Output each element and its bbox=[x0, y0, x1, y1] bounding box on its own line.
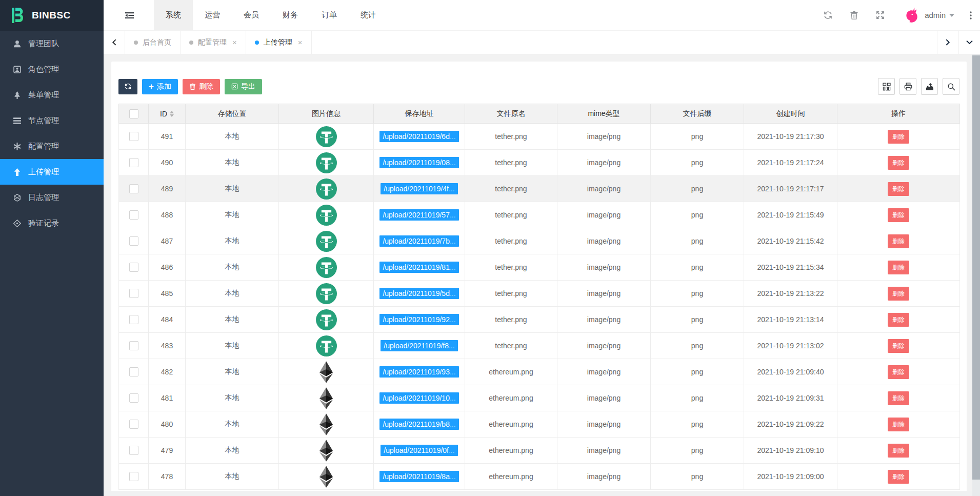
tabs-scroll-left-button[interactable] bbox=[104, 31, 125, 54]
row-checkbox[interactable] bbox=[129, 210, 138, 220]
upload-icon bbox=[13, 168, 21, 176]
print-tool-button[interactable] bbox=[899, 78, 916, 95]
cell-created: 2021-10-19 21:15:34 bbox=[744, 254, 837, 281]
row-checkbox[interactable] bbox=[129, 341, 138, 350]
row-checkbox[interactable] bbox=[129, 367, 138, 376]
row-delete-button[interactable]: 删除 bbox=[888, 234, 909, 248]
chevron-down-icon[interactable] bbox=[949, 14, 954, 17]
tabs-scroll-right-button[interactable] bbox=[937, 31, 958, 54]
row-delete-button[interactable]: 删除 bbox=[888, 365, 909, 379]
row-delete-button[interactable]: 删除 bbox=[888, 130, 909, 144]
user-menu[interactable]: admin bbox=[925, 11, 946, 19]
cell-id: 489 bbox=[149, 176, 186, 202]
cell-id: 488 bbox=[149, 202, 186, 228]
cell-id: 483 bbox=[149, 333, 186, 359]
column-header-id[interactable]: ID bbox=[149, 104, 186, 124]
row-delete-button[interactable]: 删除 bbox=[888, 444, 909, 458]
export-tool-button[interactable] bbox=[921, 78, 938, 95]
nav-item-finance[interactable]: 财务 bbox=[271, 0, 310, 30]
cell-id: 487 bbox=[149, 228, 186, 254]
cell-created: 2021-10-19 21:13:02 bbox=[744, 333, 837, 359]
cell-image bbox=[279, 411, 374, 438]
more-options-kebab-icon[interactable] bbox=[970, 11, 972, 19]
export-button[interactable]: 导出 bbox=[225, 79, 262, 94]
row-checkbox[interactable] bbox=[129, 158, 138, 167]
tab-上传管理[interactable]: 上传管理× bbox=[246, 31, 312, 54]
row-delete-button[interactable]: 删除 bbox=[888, 470, 909, 484]
cell-id: 486 bbox=[149, 254, 186, 281]
sidebar-toggle-button[interactable] bbox=[125, 0, 134, 30]
row-checkbox[interactable] bbox=[129, 263, 138, 272]
sidebar-item-verify[interactable]: 验证记录 bbox=[0, 210, 104, 236]
row-delete-button[interactable]: 删除 bbox=[888, 156, 909, 170]
add-button[interactable]: + 添加 bbox=[142, 79, 178, 94]
sidebar-item-upload[interactable]: 上传管理 bbox=[0, 159, 104, 185]
cell-created: 2021-10-19 21:13:14 bbox=[744, 307, 837, 333]
row-checkbox[interactable] bbox=[129, 420, 138, 429]
refresh-button[interactable] bbox=[118, 79, 137, 94]
cell-actions: 删除 bbox=[837, 438, 960, 464]
row-delete-button[interactable]: 删除 bbox=[888, 418, 909, 431]
tab-controls bbox=[937, 31, 980, 54]
sidebar-item-config[interactable]: 配置管理 bbox=[0, 133, 104, 159]
sidebar-item-node[interactable]: 节点管理 bbox=[0, 108, 104, 133]
cell-created: 2021-10-19 21:09:10 bbox=[744, 438, 837, 464]
cell-ext: png bbox=[651, 359, 744, 385]
row-checkbox[interactable] bbox=[129, 472, 138, 481]
cell-created: 2021-10-19 21:15:42 bbox=[744, 228, 837, 254]
sidebar-item-menu[interactable]: 菜单管理 bbox=[0, 82, 104, 108]
sidebar-item-role[interactable]: 角色管理 bbox=[0, 56, 104, 82]
columns-tool-button[interactable] bbox=[878, 78, 895, 95]
select-all-checkbox[interactable] bbox=[129, 109, 138, 118]
tether-icon bbox=[316, 335, 337, 356]
row-checkbox[interactable] bbox=[129, 132, 138, 141]
nav-item-stats[interactable]: 统计 bbox=[349, 0, 388, 30]
row-checkbox[interactable] bbox=[129, 393, 138, 403]
row-checkbox[interactable] bbox=[129, 446, 138, 455]
row-delete-button[interactable]: 删除 bbox=[888, 339, 909, 353]
cell-image bbox=[279, 254, 374, 281]
user-avatar-unicorn-icon[interactable] bbox=[902, 7, 919, 24]
horizontal-scrollbar[interactable] bbox=[104, 491, 972, 496]
vertical-scrollbar[interactable] bbox=[972, 54, 980, 496]
row-checkbox[interactable] bbox=[129, 184, 138, 193]
search-tool-button[interactable] bbox=[943, 78, 959, 95]
row-delete-button[interactable]: 删除 bbox=[888, 208, 909, 222]
row-delete-button[interactable]: 删除 bbox=[888, 182, 909, 196]
brand[interactable]: BINBSC bbox=[0, 0, 104, 31]
row-checkbox[interactable] bbox=[129, 315, 138, 324]
upload-management-card: + 添加 删除 导出 ID存储位置图片信息保存地址文件原名mim bbox=[111, 62, 967, 496]
tabs-menu-button[interactable] bbox=[958, 31, 980, 54]
row-delete-button[interactable]: 删除 bbox=[888, 287, 909, 301]
close-tab-icon[interactable]: × bbox=[298, 38, 303, 46]
delete-button[interactable]: 删除 bbox=[183, 79, 220, 94]
cell-filename: tether.png bbox=[465, 281, 557, 307]
trash-icon[interactable] bbox=[850, 11, 858, 19]
sidebar-item-team[interactable]: 管理团队 bbox=[0, 31, 104, 56]
expand-icon[interactable] bbox=[876, 11, 885, 19]
sidebar-item-label: 配置管理 bbox=[28, 142, 59, 151]
nav-item-operation[interactable]: 运营 bbox=[193, 0, 232, 30]
cell-image bbox=[279, 281, 374, 307]
sidebar-item-log[interactable]: 日志管理 bbox=[0, 185, 104, 210]
chevron-down-icon bbox=[966, 40, 973, 45]
close-tab-icon[interactable]: × bbox=[232, 38, 237, 46]
sort-icon[interactable] bbox=[170, 111, 174, 117]
cell-mime: image/png bbox=[557, 359, 651, 385]
row-delete-button[interactable]: 删除 bbox=[888, 313, 909, 327]
nav-item-member[interactable]: 会员 bbox=[232, 0, 271, 30]
nav-item-label: 系统 bbox=[166, 10, 181, 20]
row-checkbox[interactable] bbox=[129, 236, 138, 246]
refresh-icon[interactable] bbox=[824, 11, 832, 19]
row-checkbox[interactable] bbox=[129, 289, 138, 298]
vertical-scrollbar-thumb[interactable] bbox=[972, 55, 980, 480]
row-delete-button[interactable]: 删除 bbox=[888, 391, 909, 405]
tab-后台首页[interactable]: 后台首页 bbox=[125, 31, 181, 54]
cell-created: 2021-10-19 21:13:22 bbox=[744, 281, 837, 307]
nav-item-system[interactable]: 系统 bbox=[154, 0, 193, 30]
nav-item-order[interactable]: 订单 bbox=[310, 0, 349, 30]
ethereum-icon bbox=[319, 361, 333, 383]
row-delete-button[interactable]: 删除 bbox=[888, 261, 909, 274]
cell-created: 2021-10-19 21:15:49 bbox=[744, 202, 837, 228]
tab-配置管理[interactable]: 配置管理× bbox=[181, 31, 246, 54]
